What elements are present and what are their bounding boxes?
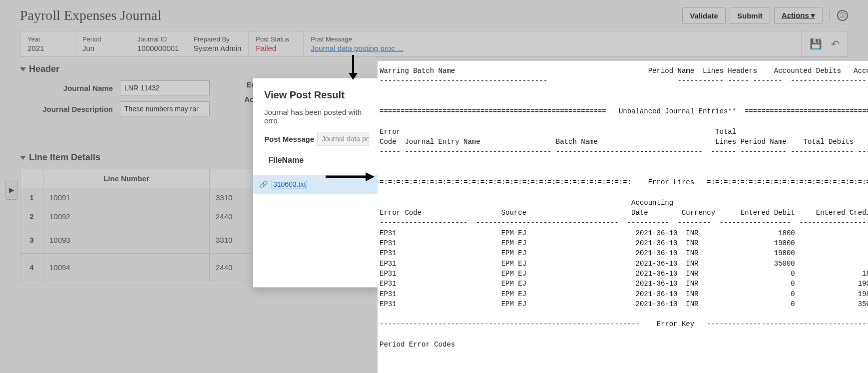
journal-name-row: Journal Name xyxy=(20,80,240,95)
annotation-arrow-right xyxy=(325,171,375,183)
popup-filename-header: FileName xyxy=(264,154,369,170)
post-message-label: Post Message xyxy=(311,35,794,43)
row-number: 4 xyxy=(20,254,43,281)
popup-message: Journal has been posted with erro xyxy=(264,108,369,125)
info-year: Year 2021 xyxy=(20,31,75,56)
col-line-number: Line Number xyxy=(43,169,210,188)
save-icon[interactable]: 💾 xyxy=(810,38,822,50)
cell-line-number: 10092 xyxy=(43,207,210,226)
undo-icon[interactable]: ↶ xyxy=(831,38,840,50)
posting-report-pane: Warring Batch Name Period Name Lines Hea… xyxy=(378,61,868,373)
info-period: Period Jun xyxy=(75,31,130,56)
info-prepared-by: Prepared By System Admin xyxy=(186,31,249,56)
svg-marker-3 xyxy=(366,172,375,181)
info-tools: 💾 ↶ xyxy=(802,31,848,56)
chevron-right-icon: ▶ xyxy=(9,186,14,194)
line-items-label: Line Item Details xyxy=(29,152,100,163)
divider xyxy=(830,9,830,21)
popup-post-message-label: Post Message xyxy=(264,135,314,143)
col-rownum xyxy=(20,169,43,188)
popup-title: View Post Result xyxy=(264,89,369,101)
popup-post-message-row: Post Message Journal data post xyxy=(264,132,369,146)
journal-desc-label: Journal Description xyxy=(20,105,120,113)
year-value: 2021 xyxy=(27,44,68,52)
cell-line-number: 10094 xyxy=(43,254,210,281)
view-post-result-popup: View Post Result Journal has been posted… xyxy=(253,78,379,288)
actions-menu-button[interactable]: Actions ▾ xyxy=(774,7,823,24)
cell-line-number: 10091 xyxy=(43,188,210,207)
row-number: 3 xyxy=(20,226,43,254)
post-status-label: Post Status xyxy=(256,35,296,43)
journal-name-input[interactable] xyxy=(120,80,210,95)
post-message-link[interactable]: Journal data posting proc ... xyxy=(311,44,794,52)
help-icon[interactable]: ⓘ xyxy=(837,10,848,21)
collapse-icon xyxy=(20,156,26,160)
row-number: 2 xyxy=(20,207,43,226)
page-title: Payroll Expenses Journal xyxy=(20,7,161,23)
svg-marker-1 xyxy=(349,73,358,80)
prepared-by-value: System Admin xyxy=(193,44,241,52)
popup-post-message-field: Journal data post xyxy=(317,132,369,146)
journal-id-label: Journal ID xyxy=(137,35,179,43)
info-post-status: Post Status Failed xyxy=(249,31,304,56)
top-bar: Payroll Expenses Journal Validate Submit… xyxy=(0,0,868,27)
journal-name-label: Journal Name xyxy=(20,84,120,92)
post-status-value: Failed xyxy=(256,44,296,52)
row-number: 1 xyxy=(20,188,43,207)
validate-button[interactable]: Validate xyxy=(682,7,726,24)
info-journal-id: Journal ID 1000000001 xyxy=(130,31,186,56)
journal-id-value: 1000000001 xyxy=(137,44,179,52)
cell-line-number: 10093 xyxy=(43,226,210,254)
journal-desc-input[interactable] xyxy=(120,101,210,116)
submit-button[interactable]: Submit xyxy=(730,7,770,24)
attachment-icon: 🔗 xyxy=(259,180,268,188)
period-label: Period xyxy=(82,35,123,43)
annotation-arrow-down xyxy=(346,54,361,80)
journal-desc-row: Journal Description xyxy=(20,101,240,116)
info-strip: Year 2021 Period Jun Journal ID 10000000… xyxy=(20,31,848,57)
popup-file-link[interactable]: 310603.txt xyxy=(272,180,307,189)
info-post-message: Post Message Journal data posting proc .… xyxy=(304,31,802,56)
left-expand-tab[interactable]: ▶ xyxy=(5,180,18,200)
prepared-by-label: Prepared By xyxy=(193,35,241,43)
period-value: Jun xyxy=(82,44,123,52)
header-section-label: Header xyxy=(29,64,59,74)
year-label: Year xyxy=(27,35,68,43)
collapse-icon xyxy=(20,67,26,71)
top-actions: Validate Submit Actions ▾ ⓘ xyxy=(682,7,848,24)
